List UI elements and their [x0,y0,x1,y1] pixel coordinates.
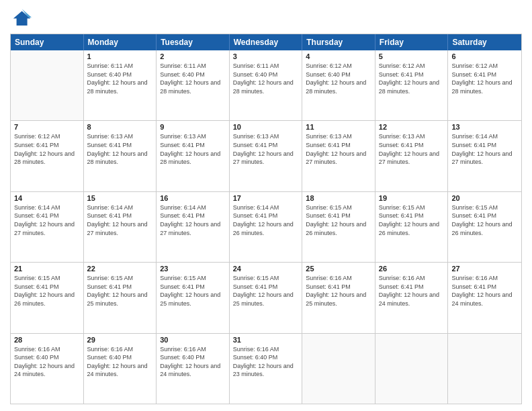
calendar-row-0: 1Sunrise: 6:11 AMSunset: 6:40 PMDaylight… [11,50,521,120]
day-number: 31 [233,336,299,344]
day-number: 1 [87,52,153,60]
cell-info: Sunrise: 6:15 AMSunset: 6:41 PMDaylight:… [306,203,371,237]
calendar-cell [375,334,449,404]
logo-icon [10,7,32,28]
calendar-cell: 24Sunrise: 6:15 AMSunset: 6:41 PMDayligh… [230,263,303,332]
day-number: 8 [87,123,153,131]
calendar-cell: 9Sunrise: 6:13 AMSunset: 6:41 PMDaylight… [157,121,230,191]
calendar-cell: 30Sunrise: 6:16 AMSunset: 6:40 PMDayligh… [157,334,230,404]
day-number: 17 [233,194,299,202]
calendar-cell: 14Sunrise: 6:14 AMSunset: 6:41 PMDayligh… [11,192,84,262]
calendar-cell: 11Sunrise: 6:13 AMSunset: 6:41 PMDayligh… [302,121,375,191]
day-number: 30 [160,336,226,344]
day-number: 25 [306,265,371,273]
cell-info: Sunrise: 6:11 AMSunset: 6:40 PMDaylight:… [160,62,226,95]
logo [10,7,34,28]
cell-info: Sunrise: 6:15 AMSunset: 6:41 PMDaylight:… [87,274,153,308]
cell-info: Sunrise: 6:15 AMSunset: 6:41 PMDaylight:… [451,203,518,237]
day-number: 10 [233,123,299,131]
header-day-tuesday: Tuesday [157,34,230,50]
day-number: 4 [306,52,371,60]
calendar-cell: 4Sunrise: 6:12 AMSunset: 6:40 PMDaylight… [302,50,375,120]
day-number: 21 [14,265,80,273]
calendar-cell: 12Sunrise: 6:13 AMSunset: 6:41 PMDayligh… [375,121,449,191]
calendar-cell: 1Sunrise: 6:11 AMSunset: 6:40 PMDaylight… [84,50,157,120]
calendar-row-2: 14Sunrise: 6:14 AMSunset: 6:41 PMDayligh… [11,191,521,262]
calendar: SundayMondayTuesdayWednesdayThursdayFrid… [10,34,522,404]
cell-info: Sunrise: 6:16 AMSunset: 6:40 PMDaylight:… [160,345,226,379]
day-number: 20 [451,194,518,202]
calendar-cell: 21Sunrise: 6:15 AMSunset: 6:41 PMDayligh… [11,263,84,332]
calendar-cell: 18Sunrise: 6:15 AMSunset: 6:41 PMDayligh… [302,192,375,262]
calendar-cell: 13Sunrise: 6:14 AMSunset: 6:41 PMDayligh… [448,121,521,191]
calendar-cell: 22Sunrise: 6:15 AMSunset: 6:41 PMDayligh… [84,263,157,332]
cell-info: Sunrise: 6:13 AMSunset: 6:41 PMDaylight:… [87,132,153,166]
day-number: 6 [451,52,518,60]
day-number: 2 [160,52,226,60]
cell-info: Sunrise: 6:15 AMSunset: 6:41 PMDaylight:… [233,274,299,308]
cell-info: Sunrise: 6:15 AMSunset: 6:41 PMDaylight:… [379,203,445,237]
day-number: 5 [379,52,445,60]
day-number: 19 [379,194,445,202]
day-number: 27 [451,265,518,273]
cell-info: Sunrise: 6:12 AMSunset: 6:41 PMDaylight:… [379,62,445,95]
header-day-wednesday: Wednesday [230,34,303,50]
day-number: 18 [306,194,371,202]
cell-info: Sunrise: 6:12 AMSunset: 6:41 PMDaylight:… [451,62,518,95]
cell-info: Sunrise: 6:16 AMSunset: 6:41 PMDaylight:… [451,274,518,308]
calendar-cell: 23Sunrise: 6:15 AMSunset: 6:41 PMDayligh… [157,263,230,332]
day-number: 14 [14,194,80,202]
calendar-cell: 10Sunrise: 6:13 AMSunset: 6:41 PMDayligh… [230,121,303,191]
cell-info: Sunrise: 6:13 AMSunset: 6:41 PMDaylight:… [160,132,226,166]
day-number: 11 [306,123,371,131]
calendar-cell: 3Sunrise: 6:11 AMSunset: 6:40 PMDaylight… [230,50,303,120]
calendar-header: SundayMondayTuesdayWednesdayThursdayFrid… [11,34,521,50]
cell-info: Sunrise: 6:13 AMSunset: 6:41 PMDaylight:… [306,132,371,166]
calendar-row-1: 7Sunrise: 6:12 AMSunset: 6:41 PMDaylight… [11,120,521,191]
calendar-cell: 17Sunrise: 6:14 AMSunset: 6:41 PMDayligh… [230,192,303,262]
cell-info: Sunrise: 6:14 AMSunset: 6:41 PMDaylight:… [233,203,299,237]
cell-info: Sunrise: 6:16 AMSunset: 6:40 PMDaylight:… [14,345,80,379]
calendar-cell: 6Sunrise: 6:12 AMSunset: 6:41 PMDaylight… [448,50,521,120]
day-number: 16 [160,194,226,202]
cell-info: Sunrise: 6:14 AMSunset: 6:41 PMDaylight:… [160,203,226,237]
day-number: 24 [233,265,299,273]
calendar-cell [302,334,375,404]
cell-info: Sunrise: 6:16 AMSunset: 6:41 PMDaylight:… [379,274,445,308]
svg-marker-0 [13,11,31,26]
calendar-cell [448,334,521,404]
calendar-cell: 16Sunrise: 6:14 AMSunset: 6:41 PMDayligh… [157,192,230,262]
calendar-cell: 28Sunrise: 6:16 AMSunset: 6:40 PMDayligh… [11,334,84,404]
day-number: 13 [451,123,518,131]
calendar-cell [11,50,84,120]
header [10,7,522,28]
calendar-row-3: 21Sunrise: 6:15 AMSunset: 6:41 PMDayligh… [11,262,521,332]
day-number: 3 [233,52,299,60]
calendar-cell: 7Sunrise: 6:12 AMSunset: 6:41 PMDaylight… [11,121,84,191]
cell-info: Sunrise: 6:11 AMSunset: 6:40 PMDaylight:… [233,62,299,95]
calendar-cell: 26Sunrise: 6:16 AMSunset: 6:41 PMDayligh… [375,263,449,332]
cell-info: Sunrise: 6:14 AMSunset: 6:41 PMDaylight:… [451,132,518,166]
header-day-saturday: Saturday [448,34,521,50]
day-number: 12 [379,123,445,131]
calendar-cell: 27Sunrise: 6:16 AMSunset: 6:41 PMDayligh… [448,263,521,332]
cell-info: Sunrise: 6:15 AMSunset: 6:41 PMDaylight:… [160,274,226,308]
header-day-friday: Friday [375,34,449,50]
day-number: 28 [14,336,80,344]
header-day-monday: Monday [84,34,157,50]
calendar-cell: 2Sunrise: 6:11 AMSunset: 6:40 PMDaylight… [157,50,230,120]
calendar-cell: 25Sunrise: 6:16 AMSunset: 6:41 PMDayligh… [302,263,375,332]
calendar-cell: 15Sunrise: 6:14 AMSunset: 6:41 PMDayligh… [84,192,157,262]
calendar-cell: 20Sunrise: 6:15 AMSunset: 6:41 PMDayligh… [448,192,521,262]
calendar-cell: 19Sunrise: 6:15 AMSunset: 6:41 PMDayligh… [375,192,449,262]
cell-info: Sunrise: 6:14 AMSunset: 6:41 PMDaylight:… [14,203,80,237]
cell-info: Sunrise: 6:13 AMSunset: 6:41 PMDaylight:… [379,132,445,166]
calendar-cell: 29Sunrise: 6:16 AMSunset: 6:40 PMDayligh… [84,334,157,404]
day-number: 9 [160,123,226,131]
cell-info: Sunrise: 6:15 AMSunset: 6:41 PMDaylight:… [14,274,80,308]
cell-info: Sunrise: 6:16 AMSunset: 6:40 PMDaylight:… [233,345,299,379]
day-number: 26 [379,265,445,273]
calendar-body: 1Sunrise: 6:11 AMSunset: 6:40 PMDaylight… [11,50,521,404]
calendar-cell: 8Sunrise: 6:13 AMSunset: 6:41 PMDaylight… [84,121,157,191]
day-number: 22 [87,265,153,273]
